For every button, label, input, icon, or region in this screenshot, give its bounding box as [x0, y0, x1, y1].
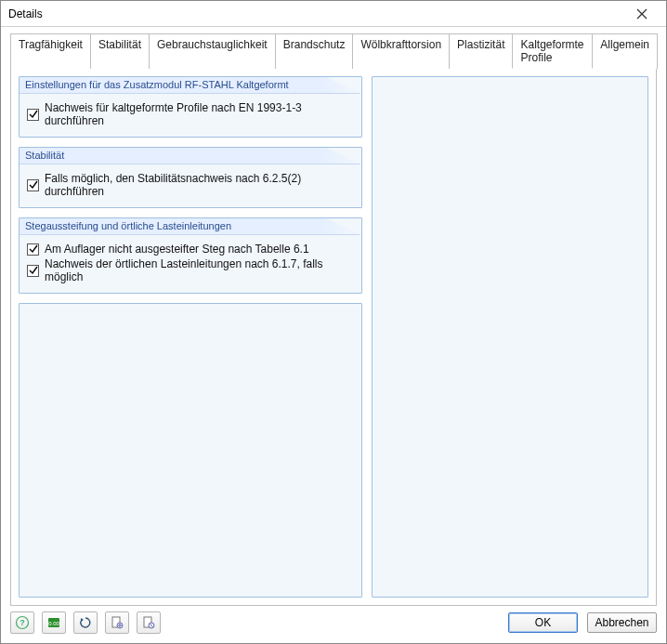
svg-marker-6: [81, 618, 84, 622]
group-stiffener-title: Stegaussteifung und örtliche Lasteinleit…: [20, 218, 361, 235]
tab-gebrauchstauglichkeit[interactable]: Gebrauchstauglichkeit: [149, 33, 276, 69]
svg-text:?: ?: [20, 618, 25, 627]
left-column: Einstellungen für das Zusatzmodul RF-STA…: [19, 76, 362, 598]
page-norm-icon: [141, 615, 156, 630]
reset-defaults-button[interactable]: [73, 611, 98, 634]
group-stability: Stabilität Falls möglich, den Stabilität…: [19, 147, 362, 208]
units-button[interactable]: 0.00: [42, 611, 66, 634]
group-module-settings: Einstellungen für das Zusatzmodul RF-STA…: [19, 76, 362, 138]
check-stability-625-label: Falls möglich, den Stabilitätsnachweis n…: [45, 172, 354, 198]
close-button[interactable]: [623, 4, 660, 24]
empty-panel-right: [372, 76, 649, 598]
check-stability-625[interactable]: Falls möglich, den Stabilitätsnachweis n…: [27, 172, 354, 198]
reset-icon: [78, 615, 93, 630]
tab-plastizitaet[interactable]: Plastizität: [449, 33, 513, 69]
save-default-button[interactable]: [105, 611, 129, 634]
tab-tragfaehigkeit[interactable]: Tragfähigkeit: [10, 33, 91, 69]
group-stiffener: Stegaussteifung und örtliche Lasteinleit…: [19, 217, 362, 294]
help-icon: ?: [15, 615, 30, 630]
load-default-button[interactable]: [137, 611, 161, 634]
details-dialog: Details Tragfähigkeit Stabilität Gebrauc…: [0, 0, 667, 644]
checkbox-icon: [27, 265, 39, 277]
check-nachweis-en1993-label: Nachweis für kaltgeformte Profile nach E…: [45, 101, 354, 127]
footer: ? 0.00: [1, 608, 666, 643]
units-icon: 0.00: [46, 615, 61, 630]
tab-kaltgeformte-profile[interactable]: Kaltgeformte Profile: [512, 33, 593, 69]
cancel-button[interactable]: Abbrechen: [587, 612, 657, 633]
checkbox-icon: [27, 243, 39, 256]
check-lasteinleitungen-617[interactable]: Nachweis der örtlichen Lasteinleitungen …: [27, 257, 354, 283]
right-column: [372, 76, 649, 598]
group-module-title: Einstellungen für das Zusatzmodul RF-STA…: [20, 77, 361, 94]
page-norm-icon: [110, 615, 124, 630]
tab-stabilitaet[interactable]: Stabilität: [90, 33, 150, 69]
svg-text:0.00: 0.00: [48, 621, 59, 626]
window-title: Details: [8, 7, 623, 20]
ok-button[interactable]: OK: [508, 612, 578, 633]
tab-woelbkrafttorsion[interactable]: Wölbkrafttorsion: [352, 33, 450, 69]
tab-panel-kaltgeformte-profile: Einstellungen für das Zusatzmodul RF-STA…: [10, 68, 657, 606]
check-lasteinleitungen-617-label: Nachweis der örtlichen Lasteinleitungen …: [45, 257, 354, 283]
tab-strip: Tragfähigkeit Stabilität Gebrauchstaugli…: [10, 33, 657, 68]
empty-panel-left: [19, 303, 362, 598]
checkbox-icon: [27, 179, 39, 191]
tab-brandschutz[interactable]: Brandschutz: [275, 33, 354, 69]
content-area: Tragfähigkeit Stabilität Gebrauchstaugli…: [1, 27, 666, 608]
close-icon: [636, 8, 647, 20]
group-stability-title: Stabilität: [20, 148, 361, 164]
tab-allgemein[interactable]: Allgemein: [592, 33, 658, 69]
checkbox-icon: [27, 109, 39, 121]
check-auflager-tabelle61-label: Am Auflager nicht ausgesteifter Steg nac…: [45, 243, 309, 256]
check-auflager-tabelle61[interactable]: Am Auflager nicht ausgesteifter Steg nac…: [27, 243, 354, 256]
check-nachweis-en1993[interactable]: Nachweis für kaltgeformte Profile nach E…: [27, 101, 354, 127]
help-button[interactable]: ?: [10, 611, 34, 634]
titlebar: Details: [1, 1, 666, 27]
